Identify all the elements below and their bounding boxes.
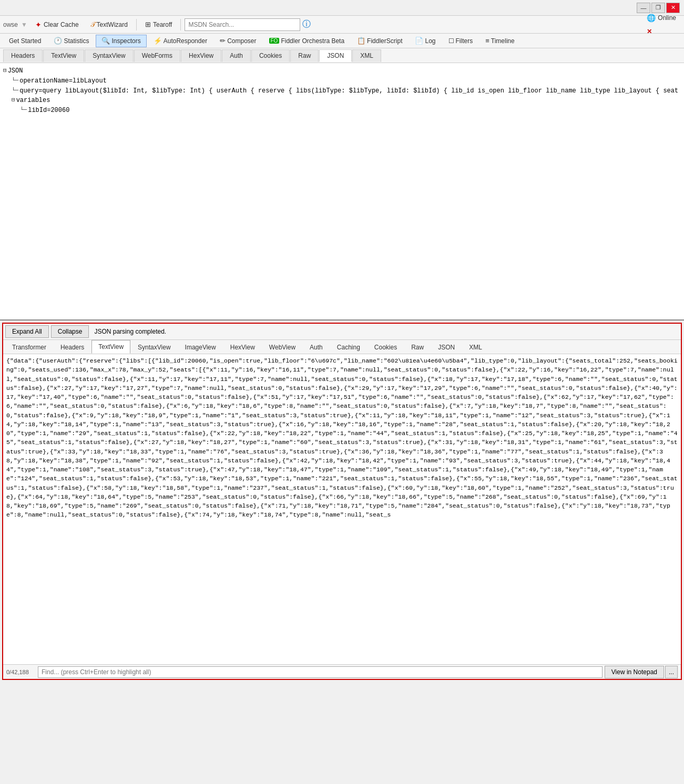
bottom-tab-syntaxview[interactable]: SyntaxView	[131, 340, 177, 354]
nav-get-started[interactable]: Get Started	[3, 35, 47, 47]
bottom-toolbar: Expand All Collapse JSON parsing complet…	[3, 324, 681, 340]
tab-cookies[interactable]: Cookies	[251, 49, 290, 62]
inspectors-icon: 🔍	[101, 37, 110, 45]
separator-2	[180, 19, 181, 30]
nav-bar: Get Started 🕐 Statistics 🔍 Inspectors ⚡ …	[0, 34, 684, 48]
clear-cache-icon: ✦	[35, 20, 42, 29]
view-notepad-button[interactable]: View in Notepad	[605, 666, 664, 678]
tree-key-operation: operationName	[19, 77, 69, 86]
timeline-icon: ≡	[485, 37, 489, 45]
nav-fiddler-script-label: FiddlerScript	[367, 37, 402, 45]
online-section: 🌐 Online ✕	[642, 11, 681, 38]
bottom-tab-json[interactable]: JSON	[431, 340, 462, 354]
tree-root: ⊟ JSON	[3, 66, 681, 76]
tree-val-libid: =20060	[47, 106, 69, 115]
log-icon: 📄	[415, 37, 423, 45]
expand-all-button[interactable]: Expand All	[5, 325, 49, 338]
close-x-button[interactable]: ✕	[642, 25, 657, 38]
nav-timeline[interactable]: ≡ Timeline	[479, 35, 520, 47]
bottom-tab-textview[interactable]: TextView	[91, 340, 130, 354]
tree-variables: ⊟ variables	[3, 96, 681, 106]
text-wizard-icon: 𝒯	[90, 20, 95, 29]
bottom-tab-hexview-label: HexView	[230, 344, 255, 351]
nav-fiddler-script[interactable]: 📋 FiddlerScript	[351, 35, 408, 47]
autoresponder-icon: ⚡	[154, 37, 162, 45]
tree-key-libid: libId	[28, 106, 47, 115]
bottom-tab-syntaxview-label: SyntaxView	[138, 344, 170, 351]
tab-headers[interactable]: Headers	[3, 49, 43, 62]
nav-inspectors-label: Inspectors	[111, 37, 140, 45]
nav-statistics[interactable]: 🕐 Statistics	[48, 35, 95, 47]
tree-child-icon-3: └─	[20, 106, 27, 114]
tearoff-button[interactable]: ⊞ Tearoff	[140, 18, 177, 32]
nav-get-started-label: Get Started	[9, 37, 41, 45]
tab-cookies-label: Cookies	[259, 52, 282, 59]
nav-autoresponder[interactable]: ⚡ AutoResponder	[148, 35, 213, 47]
bottom-tab-webview-label: WebView	[269, 344, 295, 351]
tab-hexview[interactable]: HexView	[181, 49, 221, 62]
nav-statistics-label: Statistics	[64, 37, 89, 45]
clear-cache-label: Clear Cache	[44, 21, 79, 28]
tree-lib-id: └─ libId =20060	[3, 106, 681, 116]
info-icon: ⓘ	[302, 19, 311, 30]
tab-raw-label: Raw	[298, 52, 311, 59]
find-input[interactable]	[38, 666, 603, 678]
bottom-tab-hexview[interactable]: HexView	[223, 340, 262, 354]
tearoff-label: Tearoff	[153, 21, 172, 28]
tree-child-icon-1: └─	[12, 77, 18, 85]
nav-autoresponder-label: AutoResponder	[164, 37, 207, 45]
tab-json[interactable]: JSON	[319, 49, 352, 62]
tab-xml[interactable]: XML	[352, 49, 381, 62]
collapse-button[interactable]: Collapse	[51, 325, 89, 338]
separator-1	[136, 19, 137, 30]
tab-hexview-label: HexView	[189, 52, 213, 59]
expand-all-label: Expand All	[12, 328, 42, 335]
bottom-tab-cookies[interactable]: Cookies	[367, 340, 404, 354]
online-label: Online	[658, 14, 676, 22]
tab-auth[interactable]: Auth	[222, 49, 251, 62]
tab-headers-label: Headers	[11, 52, 35, 59]
tab-raw[interactable]: Raw	[290, 49, 319, 62]
nav-filters[interactable]: ☐ Filters	[443, 35, 479, 47]
nav-composer[interactable]: ✏ Composer	[214, 35, 262, 47]
bottom-tab-caching[interactable]: Caching	[330, 340, 367, 354]
bottom-tab-headers[interactable]: Headers	[54, 340, 91, 354]
nav-composer-label: Composer	[227, 37, 256, 45]
tab-textview[interactable]: TextView	[43, 49, 84, 62]
tab-webforms[interactable]: WebForms	[134, 49, 180, 62]
tree-val-operation: =libLayout	[69, 77, 107, 86]
nav-fiddler-orchestra[interactable]: FO Fiddler Orchestra Beta	[263, 35, 351, 47]
tab-xml-label: XML	[360, 52, 373, 59]
nav-log[interactable]: 📄 Log	[409, 35, 441, 47]
main-toolbar: owse ▼ ✦ Clear Cache 𝒯 TextWizard ⊞ Tear…	[0, 16, 684, 34]
bottom-tab-imageview[interactable]: ImageView	[178, 340, 223, 354]
tab-webforms-label: WebForms	[142, 52, 172, 59]
text-wizard-button[interactable]: 𝒯 TextWizard	[86, 18, 132, 32]
composer-icon: ✏	[220, 37, 226, 45]
nav-inspectors[interactable]: 🔍 Inspectors	[96, 35, 146, 47]
bottom-tab-xml[interactable]: XML	[462, 340, 489, 354]
bottom-tab-cookies-label: Cookies	[374, 344, 397, 351]
more-options-label: ...	[669, 668, 674, 676]
bottom-tab-raw[interactable]: Raw	[404, 340, 431, 354]
bottom-tab-transformer[interactable]: Transformer	[5, 340, 53, 354]
bottom-tab-auth[interactable]: Auth	[303, 340, 330, 354]
top-tab-bar: Headers TextView SyntaxView WebForms Hex…	[0, 48, 684, 63]
bottom-tab-webview[interactable]: WebView	[262, 340, 302, 354]
tab-syntaxview[interactable]: SyntaxView	[85, 49, 133, 62]
msdn-search-input[interactable]	[185, 18, 300, 31]
json-text-content[interactable]: {"data":{"userAuth":{"reserve":{"libs":[…	[3, 354, 681, 664]
title-bar: — ❐ ✕	[0, 0, 684, 16]
more-options-button[interactable]: ...	[665, 666, 678, 678]
tree-collapse-icon-vars[interactable]: ⊟	[12, 96, 15, 104]
bottom-tab-headers-label: Headers	[60, 344, 84, 351]
fiddlerscript-icon: 📋	[357, 37, 365, 45]
clear-cache-button[interactable]: ✦ Clear Cache	[30, 18, 84, 32]
online-button[interactable]: 🌐 Online	[642, 11, 681, 25]
filters-checkbox: ☐	[448, 37, 454, 45]
tree-collapse-icon[interactable]: ⊟	[3, 67, 7, 75]
tab-json-label: JSON	[327, 52, 344, 59]
tree-operation-name: └─ operationName =libLayout	[3, 76, 681, 86]
text-wizard-label: TextWizard	[97, 21, 128, 28]
browse-label: owse	[3, 21, 18, 28]
